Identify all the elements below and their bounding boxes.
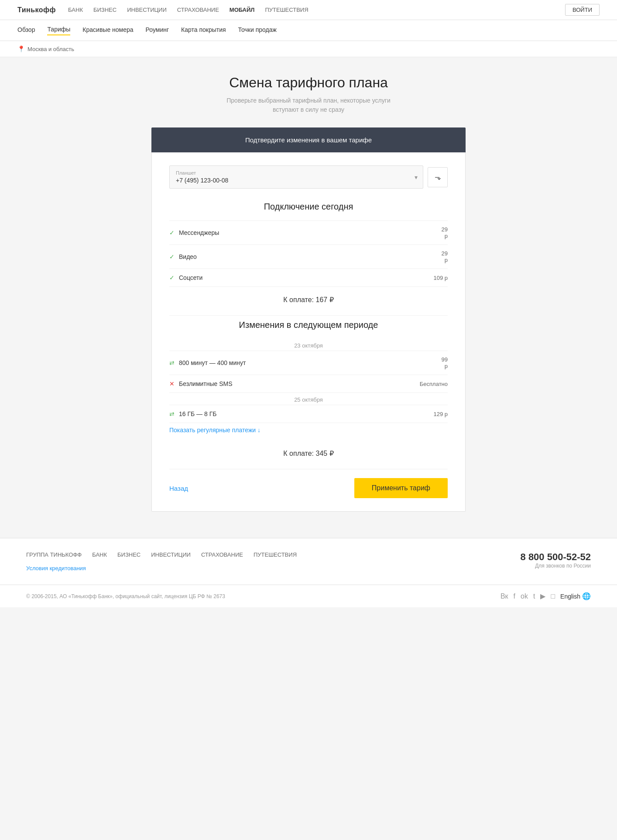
social-youtube[interactable]: ▶	[540, 592, 545, 600]
social-ok[interactable]: ok	[521, 592, 528, 600]
check-icon-social: ✓	[169, 274, 175, 281]
dropdown-arrow-icon: ▾	[415, 174, 418, 181]
language-selector[interactable]: English 🌐	[560, 592, 591, 600]
service-name-video: Видео	[179, 253, 197, 260]
social-facebook[interactable]: f	[514, 592, 515, 600]
cross-icon-sms: ✕	[169, 380, 175, 387]
today-total: К оплате: 167 ₽	[169, 289, 448, 311]
service-price-video: 29р	[442, 250, 448, 263]
check-icon-messengers: ✓	[169, 229, 175, 236]
top-nav: Тинькофф БАНК БИЗНЕС ИНВЕСТИЦИИ СТРАХОВА…	[0, 0, 617, 20]
location-pin-icon: 📍	[17, 45, 25, 52]
service-price-social: 109 р	[433, 275, 448, 281]
actions-row: Назад Применить тариф	[169, 469, 448, 498]
social-twitter[interactable]: t	[533, 592, 535, 600]
top-nav-links: БАНК БИЗНЕС ИНВЕСТИЦИИ СТРАХОВАНИЕ МОБАЙ…	[68, 7, 308, 13]
subnav-coverage[interactable]: Карта покрытия	[181, 26, 226, 35]
footer-contact: 8 800 500-52-52 Для звонков по России	[521, 551, 591, 569]
next-total: К оплате: 345 ₽	[169, 442, 448, 465]
date-label-25: 25 октября	[169, 393, 448, 405]
service-row-messengers: ✓ Мессенджеры 29р	[169, 221, 448, 245]
device-icon-button[interactable]: ⬎	[428, 167, 448, 187]
service-price-minutes: 99р	[442, 356, 448, 369]
service-row-social: ✓ Соцсети 109 р	[169, 269, 448, 287]
footer-top-links: ГРУППА ТИНЬКОФФ БАНК БИЗНЕС ИНВЕСТИЦИИ С…	[26, 551, 297, 558]
footer-link-investments[interactable]: ИНВЕСТИЦИИ	[151, 551, 191, 558]
today-service-list: ✓ Мессенджеры 29р ✓ Видео 29р ✓ Соцсети …	[169, 220, 448, 287]
nav-insurance[interactable]: СТРАХОВАНИЕ	[177, 7, 219, 13]
service-price-sms: Бесплатно	[420, 381, 448, 387]
nav-travel[interactable]: ПУТЕШЕСТВИЯ	[265, 7, 308, 13]
subnav-numbers[interactable]: Красивые номера	[82, 26, 133, 35]
footer-phone: 8 800 500-52-52	[521, 551, 591, 563]
footer-link-insurance[interactable]: СТРАХОВАНИЕ	[201, 551, 243, 558]
next-service-list-23: ⇄ 800 минут — 400 минут 99р ✕ Безлимитны…	[169, 351, 448, 393]
footer-link-bank[interactable]: БАНК	[92, 551, 107, 558]
page-subtitle: Проверьте выбранный тарифный план, некот…	[151, 96, 466, 114]
globe-icon: 🌐	[582, 592, 591, 600]
service-name-data: 16 ГБ — 8 ГБ	[179, 410, 216, 417]
subnav-roaming[interactable]: Роуминг	[146, 26, 169, 35]
subnav-tariffs[interactable]: Тарифы	[47, 26, 70, 35]
next-service-list-25: ⇄ 16 ГБ — 8 ГБ 129 р	[169, 405, 448, 423]
footer-link-travel[interactable]: ПУТЕШЕСТВИЯ	[254, 551, 297, 558]
nav-bank[interactable]: БАНК	[68, 7, 83, 13]
service-row-data: ⇄ 16 ГБ — 8 ГБ 129 р	[169, 405, 448, 423]
copyright-text: © 2006-2015, АО «Тинькофф Банк», официал…	[26, 593, 225, 599]
location-bar: 📍 Москва и область	[0, 41, 617, 57]
service-row-minutes: ⇄ 800 минут — 400 минут 99р	[169, 351, 448, 375]
next-period-heading: Изменения в следующем периоде	[169, 320, 448, 330]
nav-investments[interactable]: ИНВЕСТИЦИИ	[127, 7, 167, 13]
location-text: Москва и область	[27, 46, 74, 52]
apply-button[interactable]: Применить тариф	[354, 478, 448, 498]
device-dropdown[interactable]: Планшет +7 (495) 123-00-08 ▾	[169, 165, 423, 189]
social-other[interactable]: □	[551, 592, 555, 600]
footer-bottom: © 2006-2015, АО «Тинькофф Банк», официал…	[0, 585, 617, 607]
nav-mobile[interactable]: МОБАЙЛ	[230, 7, 255, 13]
service-name-minutes: 800 минут — 400 минут	[179, 359, 246, 366]
today-section-heading: Подключение сегодня	[169, 202, 448, 212]
device-phone: +7 (495) 123-00-08	[176, 177, 417, 184]
check-icon-video: ✓	[169, 253, 175, 260]
footer-link-group[interactable]: ГРУППА ТИНЬКОФФ	[26, 551, 82, 558]
show-payments-link[interactable]: Показать регулярные платежи ↓	[169, 427, 261, 434]
language-label: English	[560, 593, 580, 600]
social-vk[interactable]: Вк	[500, 592, 508, 600]
tariff-card: Планшет +7 (495) 123-00-08 ▾ ⬎ Подключен…	[151, 152, 466, 512]
page-title: Смена тарифного плана	[151, 75, 466, 91]
date-label-23: 23 октября	[169, 339, 448, 351]
dark-panel: Подтвердите изменения в вашем тарифе	[151, 127, 466, 152]
device-selector: Планшет +7 (495) 123-00-08 ▾ ⬎	[169, 165, 448, 189]
device-label: Планшет	[176, 170, 417, 176]
top-nav-left: Тинькофф БАНК БИЗНЕС ИНВЕСТИЦИИ СТРАХОВА…	[17, 6, 308, 14]
subnav-points[interactable]: Точки продаж	[238, 26, 277, 35]
arrow-icon-minutes: ⇄	[169, 359, 175, 366]
nav-business[interactable]: БИЗНЕС	[93, 7, 117, 13]
service-row-sms: ✕ Безлимитные SMS Бесплатно	[169, 375, 448, 393]
footer-top: ГРУППА ТИНЬКОФФ БАНК БИЗНЕС ИНВЕСТИЦИИ С…	[0, 538, 617, 585]
service-name-social: Соцсети	[179, 274, 202, 281]
enter-icon: ⬎	[435, 172, 441, 182]
service-price-messengers: 29р	[442, 226, 448, 239]
service-row-video: ✓ Видео 29р	[169, 245, 448, 269]
back-button[interactable]: Назад	[169, 485, 188, 492]
footer-link-business[interactable]: БИЗНЕС	[117, 551, 141, 558]
main-content: Смена тарифного плана Проверьте выбранны…	[143, 57, 474, 538]
subnav-overview[interactable]: Обзор	[17, 26, 35, 35]
credit-link[interactable]: Условия кредитования	[26, 565, 297, 571]
login-button[interactable]: ВОЙТИ	[565, 4, 600, 16]
service-name-messengers: Мессенджеры	[179, 229, 219, 236]
sub-nav: Обзор Тарифы Красивые номера Роуминг Кар…	[0, 20, 617, 41]
logo: Тинькофф	[17, 6, 56, 14]
service-name-sms: Безлимитные SMS	[179, 380, 233, 387]
footer-social: Вк f ok t ▶ □ English 🌐	[500, 592, 591, 600]
arrow-icon-data: ⇄	[169, 410, 175, 417]
footer-phone-note: Для звонков по России	[521, 563, 591, 569]
service-price-data: 129 р	[433, 411, 448, 417]
